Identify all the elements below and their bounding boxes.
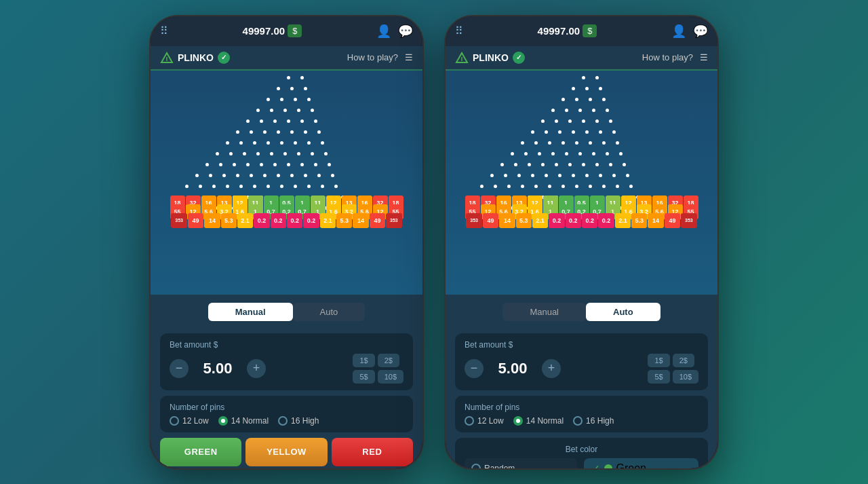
btn-yellow-left[interactable]: YELLOW (245, 438, 327, 466)
radio-14-left (218, 416, 228, 426)
pin-16-label-left: 16 High (291, 416, 319, 426)
radio-16-right (573, 416, 583, 426)
pin-12-label-left: 12 Low (182, 416, 209, 426)
bet-box-right: Bet amount $ − 5.00 + 1$ 2$ (455, 333, 708, 390)
qb-2-left[interactable]: 2$ (378, 354, 399, 367)
pin-16-right[interactable]: 16 High (573, 416, 614, 426)
plinko-board-left: 18 32 16 13 12 11 1 0.5 1 11 12 13 (172, 76, 402, 229)
mult-cell: 49 (483, 213, 498, 228)
bet-increase-right[interactable]: + (542, 359, 561, 378)
bet-value-right: 5.00 (489, 360, 536, 377)
currency-button[interactable]: $ (288, 24, 302, 37)
quick-bets-left: 1$ 2$ 5$ 10$ (353, 354, 403, 384)
qb-10-left[interactable]: 10$ (378, 370, 403, 384)
btn-green-left[interactable]: GREEN (160, 438, 241, 466)
user-icon-2[interactable]: 👤 (671, 24, 686, 39)
mult-cell: 0.2 (287, 213, 302, 228)
qb-2-right[interactable]: 2$ (673, 354, 694, 367)
bet-decrease-left[interactable]: − (170, 359, 189, 378)
bet-box-left: Bet amount $ − 5.00 + 1$ 2$ (160, 333, 413, 390)
tab-manual-left[interactable]: Manual (208, 303, 293, 321)
radio-12-right (465, 416, 474, 426)
pin-12-right[interactable]: 12 Low (465, 416, 504, 426)
game-area-right: 18 32 16 13 12 11 1 0.5 1 11 12 13 (446, 71, 717, 295)
pin-12-left[interactable]: 12 Low (170, 416, 209, 426)
mult-cell: 0.2 (271, 213, 286, 228)
qb-5-left[interactable]: 5$ (353, 370, 374, 384)
how-to-play-2[interactable]: How to play? (642, 52, 693, 62)
bet-decrease-right[interactable]: − (465, 359, 484, 378)
mult-cell: 353 (681, 213, 696, 228)
chat-icon[interactable]: 💬 (398, 24, 413, 39)
bet-color-box: Bet color Random ✓ Green (455, 438, 708, 468)
header-right: How to play? ☰ (347, 52, 413, 62)
balance-value: 49997.00 (243, 25, 285, 37)
tab-manual-right[interactable]: Manual (502, 303, 586, 321)
plinko-icon (160, 52, 174, 64)
mult-cell: 2.1 (615, 213, 631, 228)
pins-options-left: 12 Low 14 Normal 16 High (170, 416, 403, 426)
radio-12-left (170, 416, 179, 426)
mult-cell: 0.2 (566, 213, 581, 228)
mult-cell: 14 (353, 213, 368, 228)
qb-5-right[interactable]: 5$ (648, 370, 669, 384)
phone-1: ⠿ 49997.00 $ 👤 💬 PLINKO (149, 15, 424, 470)
verified-badge-2: ✓ (513, 52, 525, 64)
grid-icon: ⠿ (160, 24, 168, 37)
bet-label-right: Bet amount $ (465, 340, 698, 350)
pin-16-left[interactable]: 16 High (278, 416, 319, 426)
pin-16-label-right: 16 High (586, 416, 614, 426)
game-header-2: PLINKO ✓ How to play? ☰ (446, 46, 717, 71)
status-bar-2: ⠿ 49997.00 $ 👤 💬 (446, 16, 717, 46)
mult-cell: 49 (665, 213, 680, 228)
menu-icon-2[interactable]: ☰ (700, 52, 708, 62)
mode-tabs-right: Manual Auto (466, 303, 697, 321)
bet-increase-left[interactable]: + (247, 359, 266, 378)
menu-icon[interactable]: ☰ (405, 52, 413, 62)
pins-label-left: Number of pins (170, 403, 403, 412)
mult-cell: 14 (648, 213, 663, 228)
qb-1-left[interactable]: 1$ (353, 354, 374, 367)
qb-1-right[interactable]: 1$ (648, 354, 669, 367)
pin-14-label-left: 14 Normal (231, 416, 269, 426)
mult-cell: 353 (386, 213, 401, 228)
status-icons: 👤 💬 (376, 24, 413, 39)
color-buttons-left: GREEN YELLOW RED (160, 438, 413, 466)
tab-auto-right[interactable]: Auto (586, 303, 660, 321)
how-to-play[interactable]: How to play? (347, 52, 398, 62)
bet-label-left: Bet amount $ (170, 340, 403, 350)
pin-14-left[interactable]: 14 Normal (218, 416, 269, 426)
mult-cell: 0.2 (582, 213, 597, 228)
color-green-option[interactable]: ✓ Green (584, 458, 699, 468)
pin-14-right[interactable]: 14 Normal (513, 416, 564, 426)
mult-cell: 49 (188, 213, 203, 228)
radio-16-left (278, 416, 288, 426)
game-name-2: PLINKO (473, 52, 509, 63)
quick-bets-right: 1$ 2$ 5$ 10$ (648, 354, 698, 384)
pins-box-left: Number of pins 12 Low 14 Normal (160, 396, 413, 432)
phone-2: ⠿ 49997.00 $ 👤 💬 PLINKO (444, 15, 719, 470)
chat-icon-2[interactable]: 💬 (693, 24, 708, 39)
btn-red-left[interactable]: RED (332, 438, 413, 466)
color-random-option[interactable]: Random (465, 458, 577, 468)
grid-icon-2: ⠿ (455, 24, 463, 37)
status-icons-2: 👤 💬 (671, 24, 708, 39)
game-title-left: PLINKO ✓ (160, 52, 230, 64)
mult-cell: 0.2 (254, 213, 269, 228)
mult-cell: 5.3 (631, 213, 647, 228)
user-icon[interactable]: 👤 (376, 24, 391, 39)
game-name: PLINKO (178, 52, 214, 63)
currency-button-2[interactable]: $ (583, 24, 597, 37)
mult-cell: 2.1 (237, 213, 253, 228)
verified-badge: ✓ (218, 52, 230, 64)
tab-auto-left[interactable]: Auto (293, 303, 366, 321)
radio-14-right (513, 416, 523, 426)
mult-cell: 0.2 (598, 213, 614, 228)
controls-right: Bet amount $ − 5.00 + 1$ 2$ (446, 328, 717, 468)
color-green-label: Green (616, 462, 646, 468)
game-header: PLINKO ✓ How to play? ☰ (151, 46, 422, 71)
bet-value-left: 5.00 (194, 360, 241, 377)
qb-10-right[interactable]: 10$ (673, 370, 698, 384)
radio-random (471, 464, 481, 468)
controls-left: Bet amount $ − 5.00 + 1$ 2$ (151, 328, 422, 468)
